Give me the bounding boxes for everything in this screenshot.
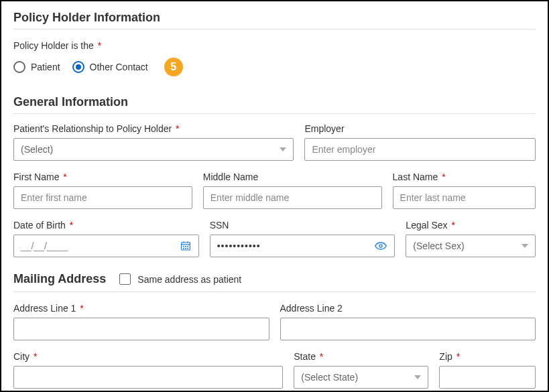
address2-label: Address Line 2 [280,303,536,314]
section-title-policy-holder: Policy Holder Information [13,11,536,29]
legal-sex-label: Legal Sex * [406,220,536,231]
calendar-icon[interactable] [180,240,192,252]
dob-mask: __/__/____ [21,241,180,251]
first-name-label: First Name * [13,172,192,182]
chevron-down-icon [522,244,528,248]
radio-other-contact[interactable]: Other Contact [72,61,148,73]
eye-icon[interactable] [374,239,387,253]
radio-icon [72,61,84,73]
state-select[interactable]: (Select State) [294,366,428,389]
ssn-input[interactable]: ••••••••••• [210,235,395,257]
ssn-masked: ••••••••••• [217,241,375,251]
employer-input[interactable] [304,138,536,161]
legal-sex-placeholder: (Select Sex) [413,241,464,251]
middle-name-input[interactable] [203,186,382,209]
relationship-label: Patient's Relationship to Policy Holder … [13,123,294,134]
last-name-field[interactable] [400,187,528,208]
address1-label: Address Line 1 * [13,303,269,314]
address2-field[interactable] [288,318,529,340]
chevron-down-icon [414,375,421,379]
radio-patient[interactable]: Patient [13,61,60,73]
svg-point-9 [185,248,186,249]
address1-field[interactable] [21,318,262,340]
checkbox-icon [119,273,131,285]
svg-point-10 [187,248,188,249]
last-name-label: Last Name * [393,172,536,182]
dob-input[interactable]: __/__/____ [13,235,199,257]
first-name-input[interactable] [13,186,192,209]
ssn-label: SSN [210,220,395,231]
state-placeholder: (Select State) [301,372,358,383]
middle-name-label: Middle Name [203,172,382,182]
legal-sex-select[interactable]: (Select Sex) [406,235,536,257]
same-address-label: Same address as patient [137,274,241,285]
address2-input[interactable] [280,318,536,340]
chevron-down-icon [280,147,286,151]
city-label: City * [13,351,283,362]
svg-point-7 [187,246,188,247]
employer-label: Employer [304,123,536,134]
svg-point-11 [379,245,382,247]
city-field[interactable] [21,367,276,388]
relationship-placeholder: (Select) [21,144,53,155]
policy-holder-is-the-label: Policy Holder is the * [13,40,536,51]
step-badge: 5 [164,58,183,76]
zip-field[interactable] [446,367,528,388]
required-asterisk: * [95,40,101,51]
middle-name-field[interactable] [210,187,375,208]
zip-input[interactable] [439,366,536,389]
svg-point-5 [183,246,184,247]
first-name-field[interactable] [21,187,185,208]
city-input[interactable] [13,366,283,389]
section-title-general-info: General Information [13,95,536,114]
relationship-select[interactable]: (Select) [13,138,294,161]
svg-point-6 [185,246,186,247]
dob-label: Date of Birth * [13,220,199,231]
same-address-checkbox[interactable]: Same address as patient [119,273,241,285]
radio-icon [13,61,25,73]
last-name-input[interactable] [393,186,536,209]
address1-input[interactable] [13,318,269,340]
employer-field[interactable] [312,139,528,160]
radio-other-contact-label: Other Contact [90,62,148,72]
radio-patient-label: Patient [31,62,60,72]
zip-label: Zip * [439,351,536,362]
svg-point-8 [183,248,184,249]
section-title-mailing: Mailing Address [13,272,106,286]
state-label: State * [294,351,428,362]
